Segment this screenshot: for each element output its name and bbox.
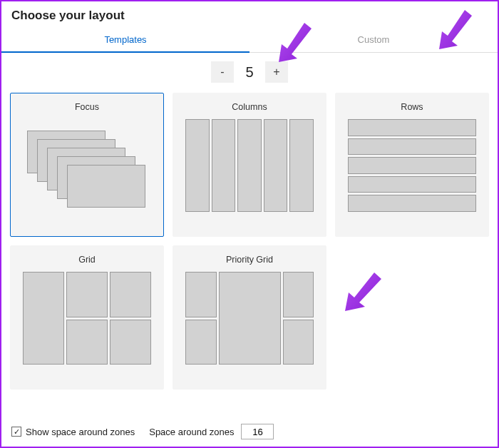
show-space-checkbox-wrap[interactable]: ✓ Show space around zones xyxy=(11,427,135,437)
space-label: Space around zones xyxy=(149,427,234,437)
columns-preview xyxy=(185,119,314,212)
grid-preview xyxy=(23,272,151,365)
layout-chooser-window: Choose your layout Templates Custom - 5 … xyxy=(0,0,499,448)
card-title: Priority Grid xyxy=(226,252,273,272)
layout-card-rows[interactable]: Rows xyxy=(335,93,489,237)
layout-card-focus[interactable]: Focus xyxy=(10,93,164,237)
card-title: Rows xyxy=(401,99,423,119)
layout-card-priority-grid[interactable]: Priority Grid xyxy=(173,245,326,390)
layout-grid: Focus Columns Rows xyxy=(1,87,498,395)
zone-count-value: 5 xyxy=(240,64,259,81)
tab-templates[interactable]: Templates xyxy=(1,29,250,53)
card-title: Grid xyxy=(78,252,96,272)
page-title: Choose your layout xyxy=(1,1,498,29)
footer-bar: ✓ Show space around zones Space around z… xyxy=(1,419,498,447)
space-around-zones-wrap: Space around zones xyxy=(149,424,274,439)
layout-card-grid[interactable]: Grid xyxy=(10,245,164,390)
layout-card-columns[interactable]: Columns xyxy=(173,93,326,237)
space-around-zones-input[interactable] xyxy=(241,424,274,439)
zone-count-stepper: - 5 + xyxy=(1,53,498,87)
show-space-label: Show space around zones xyxy=(26,427,135,437)
tab-bar: Templates Custom xyxy=(1,29,498,53)
card-title: Focus xyxy=(75,99,99,119)
increment-button[interactable]: + xyxy=(265,61,288,83)
tab-custom[interactable]: Custom xyxy=(250,29,498,52)
card-title: Columns xyxy=(232,99,267,119)
rows-preview xyxy=(348,119,476,212)
priority-grid-preview xyxy=(185,272,314,365)
decrement-button[interactable]: - xyxy=(211,61,234,83)
focus-preview xyxy=(23,119,151,212)
checkbox-icon[interactable]: ✓ xyxy=(11,427,21,437)
